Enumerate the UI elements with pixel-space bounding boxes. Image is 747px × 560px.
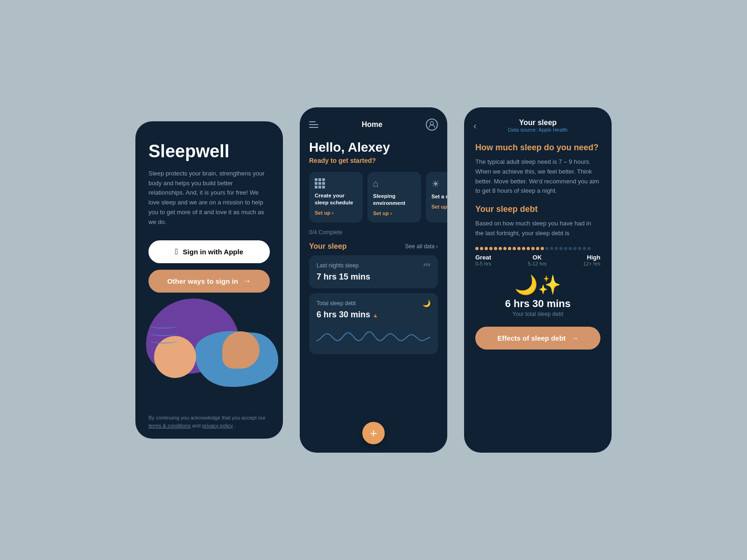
bar-label-ok: OK [528,254,546,261]
progress-indicator: 0/4 Complete [300,223,447,238]
last-nights-sleep-card: Last nights sleep ᶻᶻᶻ 7 hrs 15 mins [309,255,438,288]
card-link-wind[interactable]: Set up › [431,204,447,210]
card-title-wind: Set a re to wind [431,193,447,200]
add-button[interactable]: + [362,422,385,444]
bar-label-high: High [583,254,600,261]
home-title: Home [362,120,382,129]
sleep-detail-title: Your sleep [508,119,568,127]
terms-link[interactable]: terms & conditions [148,423,190,428]
setup-card-schedule[interactable]: Create your sleep schedule Set up › [309,172,363,223]
other-sign-in-button[interactable]: Other ways to sign in → [148,270,270,293]
app-title: Sleepwell [148,142,270,161]
zzz-icon: ᶻᶻᶻ [423,262,430,269]
sleep-need-title: How much sleep do you need? [475,143,600,153]
phone-login: Sleepwell Sleep protects your brain, str… [135,121,283,439]
svg-point-0 [430,122,433,125]
app-description: Sleep protects your brain, strengthens y… [148,169,270,227]
privacy-link[interactable]: privacy policy [202,423,233,428]
sleep-debt-title: Your sleep debt [475,204,600,214]
see-all-data-link[interactable]: See all data › [405,243,438,250]
user-icon[interactable] [426,119,438,131]
debt-bar [475,247,600,250]
moon-star-icon: 🌙✨ [475,274,600,296]
setup-card-environment[interactable]: ⌂ Sleeping environment Set up › [367,172,421,223]
sign-in-apple-button[interactable]:  Sign in with Apple [148,240,270,263]
sleep-detail-header: ‹ Your sleep Data source: Apple Health [464,107,612,136]
last-nights-label: Last nights sleep [317,262,359,269]
sleep-wave-chart [317,324,430,348]
bar-labels: Great 0-5 hrs OK 5-12 hrs High 12+ hrs [475,254,600,266]
total-debt-value: 6 hrs 30 mins ▲ [317,310,430,320]
subtitle-text: Ready to get started? [300,157,447,172]
sleep-section: Your sleep See all data › Last nights sl… [300,238,447,363]
sleep-section-title: Your sleep [309,242,347,251]
apple-icon:  [175,247,178,257]
apple-btn-label: Sign in with Apple [183,248,243,256]
up-arrow-icon: ▲ [373,312,378,319]
bar-sublabel-ok: 5-12 hrs [528,261,546,266]
home-header: Home [300,107,447,135]
card-title-environment: Sleeping environment [373,193,416,207]
sleep-need-text: The typical adult sleep need is 7 – 9 ho… [475,157,600,196]
footer-prefix: By continuing you acknowledge that you a… [148,415,266,420]
sleep-debt-text: Based on how much sleep you have had in … [475,219,600,238]
greeting-text: Hello, Alexey [300,135,447,157]
arrow-icon: → [243,276,251,286]
sleep-debt-subtitle: Your total sleep debt [475,311,600,317]
menu-icon[interactable] [309,121,318,128]
footer-and: and [192,423,202,428]
setup-cards: Create your sleep schedule Set up › ⌂ Sl… [300,172,447,223]
bar-sublabel-great: 0-5 hrs [475,261,491,266]
effects-arrow-icon: → [571,334,578,342]
sun-icon: ☀ [431,178,447,189]
sleep-debt-amount: 6 hrs 30 mins [475,298,600,310]
card-link-schedule[interactable]: Set up › [315,210,357,216]
card-link-environment[interactable]: Set up › [373,210,416,216]
total-debt-label: Total sleep debt [317,300,356,307]
bar-sublabel-high: 12+ hrs [583,261,600,266]
house-icon: ⌂ [373,178,416,189]
effects-of-sleep-debt-button[interactable]: Effects of sleep debt → [475,327,600,350]
other-btn-label: Other ways to sign in [167,277,238,285]
back-button[interactable]: ‹ [473,120,477,131]
footer-end: . [234,423,236,428]
data-source-label: Data source: Apple Health [508,127,568,133]
footer-text: By continuing you acknowledge that you a… [148,414,270,429]
bar-label-great: Great [475,254,491,261]
grid-icon [315,178,357,189]
last-nights-value: 7 hrs 15 mins [317,272,430,282]
card-title-schedule: Create your sleep schedule [315,192,357,206]
setup-card-wind-down[interactable]: ☀ Set a re to wind Set up › [426,172,447,223]
phone-home: Home Hello, Alexey Ready to get started? [300,107,447,453]
moon-icon: 🌙 [423,300,430,307]
effects-btn-label: Effects of sleep debt [497,334,566,342]
phone-sleep-detail: ‹ Your sleep Data source: Apple Health H… [464,107,612,453]
total-sleep-debt-card: Total sleep debt 🌙 6 hrs 30 mins ▲ [309,293,438,354]
